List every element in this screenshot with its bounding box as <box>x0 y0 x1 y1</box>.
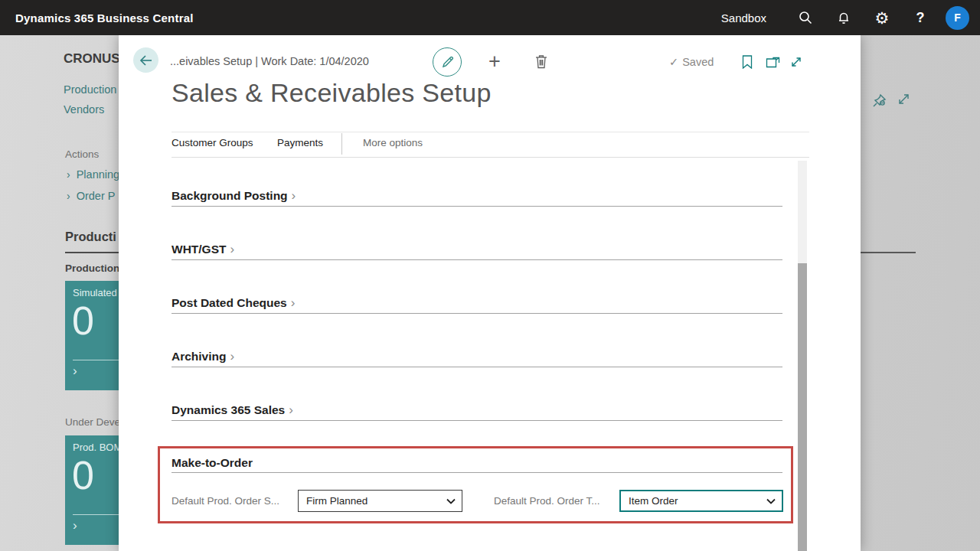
app-title[interactable]: Dynamics 365 Business Central <box>15 11 194 24</box>
edit-pencil-button[interactable] <box>433 47 462 77</box>
section-archiving[interactable]: Archiving› <box>172 349 782 367</box>
chevron-right-icon: › <box>291 295 296 310</box>
open-in-window-icon[interactable] <box>766 57 780 71</box>
section-background-posting[interactable]: Background Posting› <box>172 188 782 207</box>
under-development-label: Under Deve <box>65 416 120 428</box>
company-name: CRONUS <box>64 51 120 67</box>
dialog-scrollbar[interactable] <box>798 161 807 551</box>
new-plus-button[interactable]: + <box>483 51 506 73</box>
top-navigation-bar: Dynamics 365 Business Central Sandbox ⚙ … <box>0 0 980 35</box>
production-group-label: Production <box>65 262 119 274</box>
help-icon[interactable]: ? <box>901 0 939 35</box>
section-wht-gst[interactable]: WHT/GST› <box>172 242 782 260</box>
save-status: ✓Saved <box>669 56 714 68</box>
settings-gear-icon[interactable]: ⚙ <box>863 0 901 35</box>
check-icon: ✓ <box>669 56 678 68</box>
search-icon[interactable] <box>786 0 825 35</box>
notifications-bell-icon[interactable] <box>825 0 863 35</box>
chevron-down-icon <box>766 498 776 504</box>
default-prod-order-status-combobox[interactable]: Firm Planned <box>298 490 462 512</box>
section-make-to-order[interactable]: Make-to-Order <box>172 456 782 473</box>
chevron-right-icon: › <box>289 403 293 417</box>
chevron-right-icon: › <box>230 242 234 256</box>
default-prod-order-status-label: Default Prod. Order S... <box>172 490 279 512</box>
section-dynamics-365-sales[interactable]: Dynamics 365 Sales› <box>172 403 782 421</box>
breadcrumb: ...eivables Setup | Work Date: 1/04/2020 <box>170 55 369 67</box>
delete-trash-button[interactable] <box>535 54 547 72</box>
scrollbar-thumb[interactable] <box>798 263 807 551</box>
divider <box>172 132 809 132</box>
chevron-down-icon <box>446 498 456 504</box>
screen: Dynamics 365 Business Central Sandbox ⚙ … <box>0 0 980 551</box>
nav-link-production[interactable]: Production <box>64 83 116 96</box>
page-title: Sales & Receivables Setup <box>172 78 492 108</box>
tile-label: Simulated <box>73 287 117 298</box>
environment-label[interactable]: Sandbox <box>721 11 766 24</box>
divider <box>172 157 809 158</box>
pin-icon[interactable] <box>872 93 887 111</box>
section-underline <box>172 313 782 314</box>
back-button[interactable] <box>133 47 158 73</box>
chevron-right-icon: › <box>292 188 296 203</box>
nav-link-vendors[interactable]: Vendors <box>64 103 104 116</box>
heading-underline <box>65 252 122 253</box>
actions-label: Actions <box>65 148 99 160</box>
sales-receivables-setup-dialog: ...eivables Setup | Work Date: 1/04/2020… <box>119 35 861 551</box>
user-avatar[interactable]: F <box>946 6 969 30</box>
tab-separator <box>341 133 342 155</box>
chevron-right-icon: › <box>73 364 77 379</box>
chevron-right-icon: › <box>67 168 70 181</box>
tile-label: Prod. BOM <box>73 442 122 453</box>
expand-icon[interactable] <box>897 92 911 109</box>
production-part-heading: Producti <box>65 230 116 244</box>
default-prod-order-type-combobox[interactable]: Item Order <box>619 490 783 512</box>
tab-payments[interactable]: Payments <box>277 137 323 148</box>
chevron-right-icon: › <box>73 518 77 533</box>
section-underline <box>172 259 782 260</box>
backdrop-divider-line <box>856 252 916 253</box>
bookmark-icon[interactable] <box>742 55 753 72</box>
section-underline <box>172 206 782 207</box>
default-prod-order-type-label: Default Prod. Order T... <box>494 490 600 512</box>
resize-expand-icon[interactable] <box>790 56 802 71</box>
action-order-planning[interactable]: ›Order P <box>67 190 115 202</box>
tile-value: 0 <box>72 452 94 498</box>
tile-value: 0 <box>72 298 94 344</box>
more-options-button[interactable]: More options <box>363 137 423 148</box>
chevron-right-icon: › <box>230 349 234 364</box>
action-planning[interactable]: ›Planning <box>67 168 119 181</box>
chevron-right-icon: › <box>67 190 70 202</box>
section-underline <box>172 367 782 367</box>
section-post-dated-cheques[interactable]: Post Dated Cheques› <box>172 295 782 314</box>
section-underline <box>172 420 782 421</box>
tab-customer-groups[interactable]: Customer Groups <box>172 137 253 148</box>
section-underline <box>172 472 782 473</box>
